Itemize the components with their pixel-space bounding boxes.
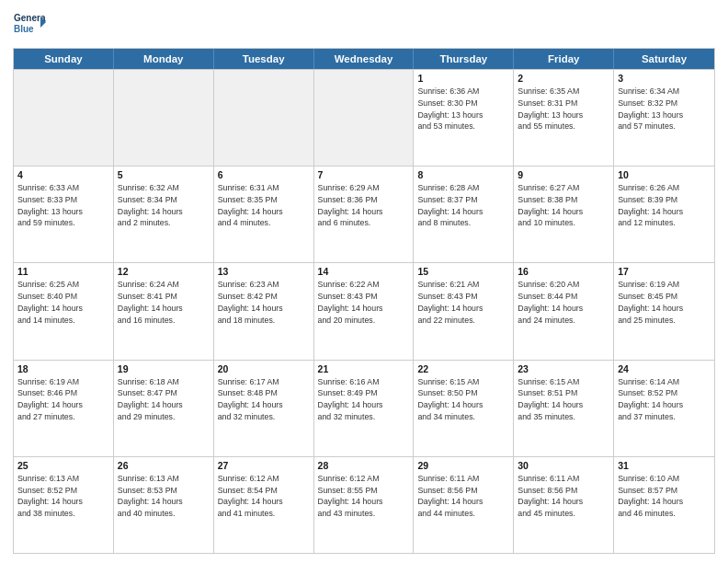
day-number: 2 [518, 73, 609, 84]
day-cell-1: 1Sunrise: 6:36 AM Sunset: 8:30 PM Daylig… [414, 70, 514, 166]
day-cell-31: 31Sunrise: 6:10 AM Sunset: 8:57 PM Dayli… [614, 457, 714, 553]
logo: General Blue [13, 9, 46, 42]
weekday-header-saturday: Saturday [614, 49, 714, 69]
weekday-header-thursday: Thursday [414, 49, 514, 69]
day-cell-16: 16Sunrise: 6:20 AM Sunset: 8:44 PM Dayli… [514, 263, 614, 359]
day-info: Sunrise: 6:31 AM Sunset: 8:35 PM Dayligh… [218, 182, 310, 229]
day-cell-3: 3Sunrise: 6:34 AM Sunset: 8:32 PM Daylig… [614, 70, 714, 166]
svg-text:Blue: Blue [14, 24, 34, 34]
day-info: Sunrise: 6:27 AM Sunset: 8:38 PM Dayligh… [518, 182, 609, 229]
day-info: Sunrise: 6:35 AM Sunset: 8:31 PM Dayligh… [518, 86, 609, 132]
day-number: 24 [618, 363, 711, 374]
day-cell-6: 6Sunrise: 6:31 AM Sunset: 8:35 PM Daylig… [214, 167, 314, 262]
day-number: 10 [618, 169, 711, 180]
day-info: Sunrise: 6:13 AM Sunset: 8:52 PM Dayligh… [17, 473, 109, 520]
calendar-row-1: 1Sunrise: 6:36 AM Sunset: 8:30 PM Daylig… [14, 69, 714, 166]
weekday-header-friday: Friday [514, 49, 614, 69]
day-cell-21: 21Sunrise: 6:16 AM Sunset: 8:49 PM Dayli… [314, 361, 415, 456]
day-cell-26: 26Sunrise: 6:13 AM Sunset: 8:53 PM Dayli… [114, 457, 214, 553]
day-info: Sunrise: 6:20 AM Sunset: 8:44 PM Dayligh… [518, 279, 609, 326]
day-number: 3 [618, 73, 711, 84]
day-cell-20: 20Sunrise: 6:17 AM Sunset: 8:48 PM Dayli… [214, 361, 314, 456]
day-number: 31 [618, 460, 711, 471]
day-info: Sunrise: 6:19 AM Sunset: 8:46 PM Dayligh… [17, 376, 109, 423]
day-cell-23: 23Sunrise: 6:15 AM Sunset: 8:51 PM Dayli… [514, 361, 614, 456]
day-cell-12: 12Sunrise: 6:24 AM Sunset: 8:41 PM Dayli… [114, 263, 214, 359]
day-cell-17: 17Sunrise: 6:19 AM Sunset: 8:45 PM Dayli… [614, 263, 714, 359]
day-number: 6 [218, 169, 310, 180]
day-number: 14 [318, 266, 410, 277]
day-number: 22 [417, 363, 509, 374]
day-info: Sunrise: 6:21 AM Sunset: 8:43 PM Dayligh… [417, 279, 509, 326]
day-number: 27 [218, 460, 310, 471]
day-info: Sunrise: 6:15 AM Sunset: 8:50 PM Dayligh… [417, 376, 509, 423]
calendar-row-3: 11Sunrise: 6:25 AM Sunset: 8:40 PM Dayli… [14, 262, 714, 359]
day-info: Sunrise: 6:28 AM Sunset: 8:37 PM Dayligh… [417, 182, 509, 229]
day-number: 18 [17, 363, 109, 374]
day-info: Sunrise: 6:11 AM Sunset: 8:56 PM Dayligh… [417, 473, 509, 520]
day-cell-5: 5Sunrise: 6:32 AM Sunset: 8:34 PM Daylig… [114, 167, 214, 262]
day-cell-2: 2Sunrise: 6:35 AM Sunset: 8:31 PM Daylig… [514, 70, 614, 166]
header: General Blue [13, 9, 715, 42]
day-cell-14: 14Sunrise: 6:22 AM Sunset: 8:43 PM Dayli… [314, 263, 415, 359]
day-info: Sunrise: 6:12 AM Sunset: 8:54 PM Dayligh… [218, 473, 310, 520]
day-info: Sunrise: 6:36 AM Sunset: 8:30 PM Dayligh… [417, 86, 509, 132]
day-number: 8 [417, 169, 509, 180]
day-cell-empty-0-3 [314, 70, 415, 166]
day-cell-19: 19Sunrise: 6:18 AM Sunset: 8:47 PM Dayli… [114, 361, 214, 456]
day-cell-8: 8Sunrise: 6:28 AM Sunset: 8:37 PM Daylig… [414, 167, 514, 262]
calendar-body: 1Sunrise: 6:36 AM Sunset: 8:30 PM Daylig… [14, 69, 714, 553]
day-cell-empty-0-2 [214, 70, 314, 166]
day-cell-empty-0-0 [14, 70, 114, 166]
day-info: Sunrise: 6:33 AM Sunset: 8:33 PM Dayligh… [17, 182, 109, 229]
day-number: 26 [118, 460, 210, 471]
day-cell-15: 15Sunrise: 6:21 AM Sunset: 8:43 PM Dayli… [414, 263, 514, 359]
calendar-row-2: 4Sunrise: 6:33 AM Sunset: 8:33 PM Daylig… [14, 166, 714, 262]
day-info: Sunrise: 6:16 AM Sunset: 8:49 PM Dayligh… [318, 376, 410, 423]
calendar: SundayMondayTuesdayWednesdayThursdayFrid… [13, 48, 715, 554]
day-cell-18: 18Sunrise: 6:19 AM Sunset: 8:46 PM Dayli… [14, 361, 114, 456]
day-info: Sunrise: 6:11 AM Sunset: 8:56 PM Dayligh… [518, 473, 609, 520]
day-info: Sunrise: 6:15 AM Sunset: 8:51 PM Dayligh… [518, 376, 609, 423]
day-number: 23 [518, 363, 609, 374]
day-cell-25: 25Sunrise: 6:13 AM Sunset: 8:52 PM Dayli… [14, 457, 114, 553]
day-info: Sunrise: 6:19 AM Sunset: 8:45 PM Dayligh… [618, 279, 711, 326]
day-cell-13: 13Sunrise: 6:23 AM Sunset: 8:42 PM Dayli… [214, 263, 314, 359]
day-number: 21 [318, 363, 410, 374]
day-number: 4 [17, 169, 109, 180]
weekday-header-wednesday: Wednesday [314, 49, 415, 69]
day-info: Sunrise: 6:23 AM Sunset: 8:42 PM Dayligh… [218, 279, 310, 326]
day-cell-11: 11Sunrise: 6:25 AM Sunset: 8:40 PM Dayli… [14, 263, 114, 359]
day-info: Sunrise: 6:32 AM Sunset: 8:34 PM Dayligh… [118, 182, 210, 229]
day-info: Sunrise: 6:13 AM Sunset: 8:53 PM Dayligh… [118, 473, 210, 520]
day-number: 29 [417, 460, 509, 471]
calendar-row-4: 18Sunrise: 6:19 AM Sunset: 8:46 PM Dayli… [14, 360, 714, 456]
day-number: 13 [218, 266, 310, 277]
day-cell-empty-0-1 [114, 70, 214, 166]
logo-svg: General Blue [13, 9, 46, 42]
day-cell-10: 10Sunrise: 6:26 AM Sunset: 8:39 PM Dayli… [614, 167, 714, 262]
weekday-header-sunday: Sunday [14, 49, 114, 69]
calendar-row-5: 25Sunrise: 6:13 AM Sunset: 8:52 PM Dayli… [14, 456, 714, 553]
day-cell-4: 4Sunrise: 6:33 AM Sunset: 8:33 PM Daylig… [14, 167, 114, 262]
day-info: Sunrise: 6:14 AM Sunset: 8:52 PM Dayligh… [618, 376, 711, 423]
day-cell-9: 9Sunrise: 6:27 AM Sunset: 8:38 PM Daylig… [514, 167, 614, 262]
day-number: 7 [318, 169, 410, 180]
day-number: 16 [518, 266, 609, 277]
day-cell-24: 24Sunrise: 6:14 AM Sunset: 8:52 PM Dayli… [614, 361, 714, 456]
weekday-header-monday: Monday [114, 49, 214, 69]
day-info: Sunrise: 6:29 AM Sunset: 8:36 PM Dayligh… [318, 182, 410, 229]
day-number: 11 [17, 266, 109, 277]
day-info: Sunrise: 6:26 AM Sunset: 8:39 PM Dayligh… [618, 182, 711, 229]
day-number: 28 [318, 460, 410, 471]
day-number: 19 [118, 363, 210, 374]
day-number: 30 [518, 460, 609, 471]
day-cell-22: 22Sunrise: 6:15 AM Sunset: 8:50 PM Dayli… [414, 361, 514, 456]
day-number: 5 [118, 169, 210, 180]
day-cell-29: 29Sunrise: 6:11 AM Sunset: 8:56 PM Dayli… [414, 457, 514, 553]
day-number: 20 [218, 363, 310, 374]
day-info: Sunrise: 6:34 AM Sunset: 8:32 PM Dayligh… [618, 86, 711, 132]
day-cell-28: 28Sunrise: 6:12 AM Sunset: 8:55 PM Dayli… [314, 457, 415, 553]
day-info: Sunrise: 6:24 AM Sunset: 8:41 PM Dayligh… [118, 279, 210, 326]
weekday-header-tuesday: Tuesday [214, 49, 314, 69]
